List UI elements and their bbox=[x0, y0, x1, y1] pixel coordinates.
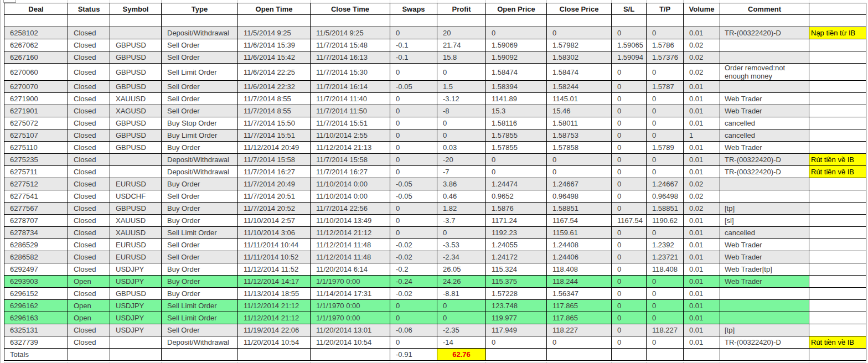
cell-symbol: EURUSD bbox=[110, 251, 162, 263]
table-row: 6286529 Closed EURUSD Sell Order 11/11/2… bbox=[4, 239, 866, 251]
cell-type: Buy Order bbox=[162, 178, 238, 190]
cell-close-price: 1.57858 bbox=[547, 142, 612, 154]
cell-tp: 0 bbox=[647, 117, 684, 129]
cell-status bbox=[68, 15, 110, 27]
cell-type bbox=[162, 349, 238, 361]
cell-open-time: 11/7/2014 15:51 bbox=[238, 129, 311, 142]
cell-swaps: 0 bbox=[390, 142, 437, 154]
cell-volume: 0.01 bbox=[684, 324, 720, 336]
cell-comment: TR-(00322420)-D bbox=[720, 154, 809, 166]
cell-profit: 20 bbox=[437, 27, 486, 39]
cell-close-price: 1167.54 bbox=[547, 215, 612, 227]
column-header: Close Time bbox=[311, 3, 390, 15]
cell-swaps: 0 bbox=[390, 27, 437, 39]
cell-close-price: 0 bbox=[547, 166, 612, 178]
cell-status: Closed bbox=[68, 203, 110, 215]
cell-volume: 0.01 bbox=[684, 300, 720, 312]
cell-status: Closed bbox=[68, 64, 110, 81]
cell-symbol: GBPUSD bbox=[110, 203, 162, 215]
cell-type: Sell Order bbox=[162, 190, 238, 203]
cell-profit: -20 bbox=[437, 154, 486, 166]
cell-comment bbox=[720, 15, 809, 27]
cell-comment: Web Trader bbox=[720, 93, 809, 105]
cell-volume: 0.01 bbox=[684, 105, 720, 117]
cell-profit: 0.03 bbox=[437, 142, 486, 154]
cell-close-time: 11/7/2014 15:30 bbox=[311, 64, 390, 81]
cell-symbol bbox=[110, 349, 162, 361]
cell-sl: 0 bbox=[612, 190, 647, 203]
cell-tp: 0 bbox=[647, 288, 684, 300]
cell-type: Sell Order bbox=[162, 239, 238, 251]
cell-sl: 0 bbox=[612, 166, 647, 178]
cell-open-time: 11/11/2014 10:52 bbox=[238, 251, 311, 263]
cell-note bbox=[809, 324, 866, 336]
column-header bbox=[809, 3, 866, 15]
cell-volume: 0.01 bbox=[684, 142, 720, 154]
cell-deal: 6293903 bbox=[4, 276, 68, 288]
cell-profit: 26.05 bbox=[437, 263, 486, 276]
cell-comment: [sl] bbox=[720, 215, 809, 227]
cell-sl bbox=[612, 15, 647, 27]
cell-sl: 0 bbox=[612, 129, 647, 142]
cell-open-price: 1.57855 bbox=[486, 129, 547, 142]
cell-type: Sell Limit Order bbox=[162, 300, 238, 312]
cell-open-time bbox=[238, 15, 311, 27]
cell-close-time: 11/20/2014 10:54 bbox=[311, 336, 390, 349]
cell-symbol: EURUSD bbox=[110, 239, 162, 251]
cell-type: Sell Order bbox=[162, 251, 238, 263]
cell-close-time: 11/7/2014 11:40 bbox=[311, 93, 390, 105]
cell-open-price: 1.24172 bbox=[486, 251, 547, 263]
column-header: Symbol bbox=[110, 3, 162, 15]
cell-swaps: -0.05 bbox=[390, 178, 437, 190]
cell-close-price: 0.96498 bbox=[547, 190, 612, 203]
cell-tp: 0 bbox=[647, 154, 684, 166]
cell-symbol: USDJPY bbox=[110, 312, 162, 324]
cell-close-time: 11/7/2014 15:48 bbox=[311, 39, 390, 51]
cell-volume bbox=[684, 349, 720, 361]
cell-swaps: 0 bbox=[390, 300, 437, 312]
cell-type: Sell Order bbox=[162, 81, 238, 93]
cell-profit: 0.46 bbox=[437, 190, 486, 203]
table-row: 6271900 Closed XAUUSD Sell Order 11/7/20… bbox=[4, 93, 866, 105]
table-row: 6258102 Closed Deposit/Withdrawal 11/5/2… bbox=[4, 27, 866, 39]
cell-close-price: 1.58244 bbox=[547, 81, 612, 93]
cell-symbol: XAUUSD bbox=[110, 227, 162, 239]
cell-status: Closed bbox=[68, 190, 110, 203]
cell-close-time bbox=[311, 15, 390, 27]
cell-volume: 0.01 bbox=[684, 276, 720, 288]
cell-type: Deposit/Withdrawal bbox=[162, 154, 238, 166]
cell-close-time: 1/1/1970 0:00 bbox=[311, 276, 390, 288]
cell-profit: 0 bbox=[437, 312, 486, 324]
cell-comment bbox=[720, 349, 809, 361]
totals-row: Totals -0.91 62.76 bbox=[4, 349, 866, 361]
cell-open-time: 11/12/2014 21:12 bbox=[238, 312, 311, 324]
cell-swaps: 0 bbox=[390, 105, 437, 117]
cell-symbol: GBPUSD bbox=[110, 288, 162, 300]
cell-close-time: 11/7/2014 15:58 bbox=[311, 154, 390, 166]
cell-sl: 1.59065 bbox=[612, 39, 647, 51]
cell-swaps: -0.24 bbox=[390, 276, 437, 288]
cell-profit: 24.26 bbox=[437, 276, 486, 288]
cell-status: Closed bbox=[68, 166, 110, 178]
cell-deal: 6275711 bbox=[4, 166, 68, 178]
cell-status: Closed bbox=[68, 27, 110, 39]
cell-swaps: -0.05 bbox=[390, 81, 437, 93]
cell-note bbox=[809, 312, 866, 324]
cell-tp: 0 bbox=[647, 276, 684, 288]
cell-symbol: XAGUSD bbox=[110, 105, 162, 117]
cell-status: Closed bbox=[68, 81, 110, 93]
cell-volume: 0.01 bbox=[684, 251, 720, 263]
partial-element-above bbox=[3, 0, 16, 3]
column-stub bbox=[437, 0, 485, 3]
cell-open-time: 11/6/2014 15:42 bbox=[238, 51, 311, 64]
cell-open-time: 11/7/2014 20:51 bbox=[238, 190, 311, 203]
cell-sl: 1.59094 bbox=[612, 51, 647, 64]
cell-open-time: 11/7/2014 20:52 bbox=[238, 203, 311, 215]
cell-close-time: 11/12/2014 21:12 bbox=[311, 227, 390, 239]
cell-open-time: 11/10/2014 3:06 bbox=[238, 227, 311, 239]
cell-deal: 6270070 bbox=[4, 81, 68, 93]
cell-sl: 0 bbox=[612, 81, 647, 93]
clipped-row-above bbox=[4, 0, 866, 3]
cell-comment: [tp] bbox=[720, 324, 809, 336]
cell-deal: 6277541 bbox=[4, 190, 68, 203]
